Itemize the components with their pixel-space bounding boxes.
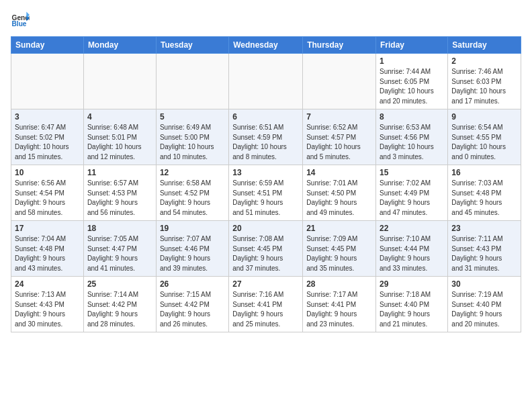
calendar-cell (303, 54, 376, 109)
day-number: 19 (160, 224, 225, 233)
page: General Blue SundayMondayTuesdayWednesda… (0, 0, 532, 343)
weekday-header-tuesday: Tuesday (156, 37, 228, 54)
day-number: 7 (306, 112, 372, 122)
logo-icon: General Blue (11, 11, 30, 30)
day-info: Sunrise: 6:51 AM Sunset: 4:59 PM Dayligh… (232, 123, 299, 162)
calendar-cell: 9Sunrise: 6:54 AM Sunset: 4:55 PM Daylig… (448, 109, 521, 165)
day-number: 2 (451, 56, 517, 66)
calendar-week-2: 3Sunrise: 6:47 AM Sunset: 5:02 PM Daylig… (11, 109, 521, 165)
day-number: 21 (306, 224, 372, 233)
day-info: Sunrise: 7:19 AM Sunset: 4:40 PM Dayligh… (451, 290, 517, 329)
calendar-cell: 28Sunrise: 7:17 AM Sunset: 4:41 PM Dayli… (303, 277, 376, 332)
calendar-cell: 18Sunrise: 7:05 AM Sunset: 4:47 PM Dayli… (83, 221, 156, 277)
day-info: Sunrise: 6:54 AM Sunset: 4:55 PM Dayligh… (451, 123, 517, 162)
logo: General Blue (11, 11, 30, 30)
day-number: 25 (87, 279, 152, 289)
day-info: Sunrise: 6:56 AM Sunset: 4:54 PM Dayligh… (15, 179, 80, 218)
day-number: 14 (306, 168, 372, 177)
day-number: 9 (451, 112, 517, 122)
calendar-cell: 25Sunrise: 7:14 AM Sunset: 4:42 PM Dayli… (83, 277, 156, 332)
day-number: 5 (160, 112, 225, 122)
calendar-cell: 6Sunrise: 6:51 AM Sunset: 4:59 PM Daylig… (229, 109, 303, 165)
weekday-header-saturday: Saturday (448, 37, 521, 54)
header: General Blue (11, 11, 521, 30)
day-info: Sunrise: 7:01 AM Sunset: 4:50 PM Dayligh… (306, 179, 372, 218)
calendar-cell: 15Sunrise: 7:02 AM Sunset: 4:49 PM Dayli… (376, 165, 448, 221)
day-info: Sunrise: 7:16 AM Sunset: 4:41 PM Dayligh… (232, 290, 299, 329)
day-number: 13 (232, 168, 299, 177)
calendar-cell: 2Sunrise: 7:46 AM Sunset: 6:03 PM Daylig… (448, 54, 521, 109)
day-info: Sunrise: 6:52 AM Sunset: 4:57 PM Dayligh… (306, 123, 372, 162)
calendar-cell: 11Sunrise: 6:57 AM Sunset: 4:53 PM Dayli… (83, 165, 156, 221)
calendar-cell: 1Sunrise: 7:44 AM Sunset: 6:05 PM Daylig… (376, 54, 448, 109)
day-info: Sunrise: 7:44 AM Sunset: 6:05 PM Dayligh… (380, 67, 444, 106)
weekday-header-thursday: Thursday (303, 37, 376, 54)
day-number: 6 (232, 112, 299, 122)
calendar-week-4: 17Sunrise: 7:04 AM Sunset: 4:48 PM Dayli… (11, 221, 521, 277)
day-number: 20 (232, 224, 299, 233)
calendar-cell: 13Sunrise: 6:59 AM Sunset: 4:51 PM Dayli… (229, 165, 303, 221)
calendar-cell: 14Sunrise: 7:01 AM Sunset: 4:50 PM Dayli… (303, 165, 376, 221)
calendar-cell: 4Sunrise: 6:48 AM Sunset: 5:01 PM Daylig… (83, 109, 156, 165)
calendar-cell: 21Sunrise: 7:09 AM Sunset: 4:45 PM Dayli… (303, 221, 376, 277)
day-info: Sunrise: 7:09 AM Sunset: 4:45 PM Dayligh… (306, 234, 372, 273)
day-info: Sunrise: 7:18 AM Sunset: 4:40 PM Dayligh… (380, 290, 444, 329)
weekday-header-monday: Monday (83, 37, 156, 54)
day-info: Sunrise: 7:08 AM Sunset: 4:45 PM Dayligh… (232, 234, 299, 273)
day-number: 28 (306, 279, 372, 289)
calendar-week-3: 10Sunrise: 6:56 AM Sunset: 4:54 PM Dayli… (11, 165, 521, 221)
calendar-cell (229, 54, 303, 109)
calendar-cell: 22Sunrise: 7:10 AM Sunset: 4:44 PM Dayli… (376, 221, 448, 277)
day-info: Sunrise: 6:48 AM Sunset: 5:01 PM Dayligh… (87, 123, 152, 162)
day-info: Sunrise: 7:11 AM Sunset: 4:43 PM Dayligh… (451, 234, 517, 273)
calendar-table: SundayMondayTuesdayWednesdayThursdayFrid… (11, 36, 521, 332)
calendar-cell: 5Sunrise: 6:49 AM Sunset: 5:00 PM Daylig… (156, 109, 228, 165)
calendar-cell: 24Sunrise: 7:13 AM Sunset: 4:43 PM Dayli… (11, 277, 84, 332)
day-number: 3 (15, 112, 80, 122)
day-number: 1 (380, 56, 444, 66)
calendar-cell: 20Sunrise: 7:08 AM Sunset: 4:45 PM Dayli… (229, 221, 303, 277)
calendar-cell: 16Sunrise: 7:03 AM Sunset: 4:48 PM Dayli… (448, 165, 521, 221)
calendar-cell: 10Sunrise: 6:56 AM Sunset: 4:54 PM Dayli… (11, 165, 84, 221)
calendar-cell (11, 54, 84, 109)
day-number: 12 (160, 168, 225, 177)
calendar-cell: 19Sunrise: 7:07 AM Sunset: 4:46 PM Dayli… (156, 221, 228, 277)
day-info: Sunrise: 7:14 AM Sunset: 4:42 PM Dayligh… (87, 290, 152, 329)
day-number: 18 (87, 224, 152, 233)
calendar-cell: 23Sunrise: 7:11 AM Sunset: 4:43 PM Dayli… (448, 221, 521, 277)
day-info: Sunrise: 7:07 AM Sunset: 4:46 PM Dayligh… (160, 234, 225, 273)
calendar-cell: 17Sunrise: 7:04 AM Sunset: 4:48 PM Dayli… (11, 221, 84, 277)
day-info: Sunrise: 7:04 AM Sunset: 4:48 PM Dayligh… (15, 234, 80, 273)
day-info: Sunrise: 7:13 AM Sunset: 4:43 PM Dayligh… (15, 290, 80, 329)
day-info: Sunrise: 6:47 AM Sunset: 5:02 PM Dayligh… (15, 123, 80, 162)
day-info: Sunrise: 6:53 AM Sunset: 4:56 PM Dayligh… (380, 123, 444, 162)
day-number: 26 (160, 279, 225, 289)
calendar-cell: 29Sunrise: 7:18 AM Sunset: 4:40 PM Dayli… (376, 277, 448, 332)
calendar-cell: 3Sunrise: 6:47 AM Sunset: 5:02 PM Daylig… (11, 109, 84, 165)
calendar-cell (83, 54, 156, 109)
weekday-header-sunday: Sunday (11, 37, 84, 54)
calendar-cell: 27Sunrise: 7:16 AM Sunset: 4:41 PM Dayli… (229, 277, 303, 332)
weekday-header-friday: Friday (376, 37, 448, 54)
calendar-cell: 12Sunrise: 6:58 AM Sunset: 4:52 PM Dayli… (156, 165, 228, 221)
calendar-cell: 7Sunrise: 6:52 AM Sunset: 4:57 PM Daylig… (303, 109, 376, 165)
day-number: 16 (451, 168, 517, 177)
day-info: Sunrise: 7:05 AM Sunset: 4:47 PM Dayligh… (87, 234, 152, 273)
calendar-cell: 8Sunrise: 6:53 AM Sunset: 4:56 PM Daylig… (376, 109, 448, 165)
day-number: 27 (232, 279, 299, 289)
calendar-week-5: 24Sunrise: 7:13 AM Sunset: 4:43 PM Dayli… (11, 277, 521, 332)
day-number: 29 (380, 279, 444, 289)
calendar-cell: 30Sunrise: 7:19 AM Sunset: 4:40 PM Dayli… (448, 277, 521, 332)
svg-text:Blue: Blue (12, 20, 27, 28)
calendar-cell: 26Sunrise: 7:15 AM Sunset: 4:42 PM Dayli… (156, 277, 228, 332)
day-info: Sunrise: 6:49 AM Sunset: 5:00 PM Dayligh… (160, 123, 225, 162)
calendar-week-1: 1Sunrise: 7:44 AM Sunset: 6:05 PM Daylig… (11, 54, 521, 109)
day-info: Sunrise: 7:02 AM Sunset: 4:49 PM Dayligh… (380, 179, 444, 218)
day-number: 4 (87, 112, 152, 122)
day-number: 30 (451, 279, 517, 289)
day-number: 23 (451, 224, 517, 233)
weekday-header-wednesday: Wednesday (229, 37, 303, 54)
day-info: Sunrise: 6:59 AM Sunset: 4:51 PM Dayligh… (232, 179, 299, 218)
day-info: Sunrise: 7:10 AM Sunset: 4:44 PM Dayligh… (380, 234, 444, 273)
day-info: Sunrise: 7:46 AM Sunset: 6:03 PM Dayligh… (451, 67, 517, 106)
